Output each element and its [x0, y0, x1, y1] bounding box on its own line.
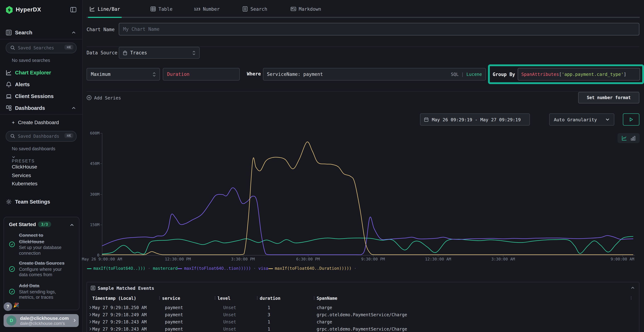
sidebar-item-team-settings[interactable]: Team Settings [0, 196, 82, 207]
data-source-label: Data Source [86, 50, 117, 56]
column-drag-handle[interactable]: ⋮ [312, 296, 316, 300]
date-range-value: May 26 09:29:19 - May 27 09:29:19 [432, 117, 521, 122]
legend-item-mastercard[interactable]: maxIf(toFloat64O..))) · mastercard [87, 266, 178, 271]
language-sql-toggle[interactable]: SQL [451, 72, 459, 77]
row-expand-icon[interactable] [89, 327, 92, 330]
get-started-item[interactable]: Create Data Sources Configure where your… [9, 260, 75, 278]
where-label: Where [247, 71, 261, 76]
get-started-item[interactable]: Add Data Start sending logs, metrics, or… [9, 283, 75, 300]
get-started-item-title: Connect to ClickHouse [19, 232, 70, 245]
tab-table[interactable]: Table [150, 0, 172, 18]
presets-header[interactable]: PRESETS [12, 155, 35, 163]
row-expand-icon[interactable] [89, 306, 92, 309]
table-cell: Unset [223, 312, 236, 317]
data-source-select[interactable]: Traces [119, 47, 200, 59]
list-icon [242, 6, 248, 12]
granularity-select[interactable]: Auto Granularity [549, 114, 614, 126]
tab-markdown[interactable]: Markdown [290, 0, 321, 18]
where-input[interactable]: ServiceName: payment SQL | Lucene [263, 68, 486, 80]
column-header-0[interactable]: Timestamp (Local) [92, 296, 136, 301]
chevron-up-icon[interactable] [631, 286, 635, 290]
x-axis-line [102, 255, 635, 256]
app-window: HyperDX Search Saved Searches ⌘K No save… [0, 0, 644, 332]
legend-item-visa[interactable]: maxIf(toFloat64O..tion))))) · visa [178, 266, 268, 271]
add-series-label: Add Series [94, 95, 121, 100]
get-started-partial-item: 🎉 [13, 302, 19, 308]
column-drag-handle[interactable]: ⋮ [256, 296, 259, 300]
run-query-button[interactable] [623, 114, 639, 126]
tab-line-bar[interactable]: Line/Bar [90, 0, 120, 18]
user-menu[interactable]: D dale@clickhouse.com dale@clickhouse.co… [4, 314, 79, 327]
user-email: dale@clickhouse.com [20, 316, 69, 321]
play-icon [629, 117, 633, 122]
sidebar-item-alerts[interactable]: Alerts [0, 79, 82, 90]
sidebar-item-label: Chart Explorer [15, 70, 51, 76]
column-header-4[interactable]: SpanName [317, 296, 338, 301]
check-circle-icon [9, 241, 15, 247]
sidebar-item-dashboards[interactable]: Dashboards [0, 103, 82, 114]
legend-item-blank[interactable]: maxIf(toFloat64O..Duration))))) · [268, 266, 356, 271]
table-row[interactable]: May 27 9:29:18.250 AMpaymentUnset1charge [87, 304, 639, 312]
sidebar-item-label: Search [15, 30, 32, 36]
column-header-3[interactable]: duration [260, 296, 280, 301]
bracket-close: ] [624, 72, 626, 77]
series-line-mastercard [102, 236, 633, 254]
main-content: Line/Bar Table 123 Number Search Markdow… [82, 0, 644, 332]
column-drag-handle[interactable]: ⋮ [213, 296, 217, 300]
search-icon [10, 134, 15, 138]
get-started-item[interactable]: Connect to ClickHouse Set up your databa… [9, 232, 75, 256]
avatar: D [6, 316, 16, 326]
group-by-input[interactable]: SpanAttributes['app.payment.card_type'] [518, 68, 640, 80]
preset-item-services[interactable]: Services [12, 172, 31, 178]
column-drag-handle[interactable]: ⋮ [158, 296, 161, 300]
sidebar-item-chart-explorer[interactable]: Chart Explorer [0, 67, 82, 78]
set-number-format-button[interactable]: Set number format [578, 92, 639, 104]
column-header-1[interactable]: service [162, 296, 180, 301]
row-expand-icon[interactable] [89, 313, 92, 316]
column-header-2[interactable]: level [218, 296, 230, 301]
sidebar-item-client-sessions[interactable]: Client Sessions [0, 91, 82, 102]
chart-name-input[interactable]: My Chart Name [119, 23, 639, 36]
column-menu-icon[interactable]: ⋮ [629, 296, 633, 300]
date-range-picker[interactable]: May 26 09:29:19 - May 27 09:29:19 [420, 114, 530, 126]
aggregation-select[interactable]: Maximum [86, 68, 160, 80]
chevron-up-icon[interactable] [70, 223, 74, 227]
chart-plot-area[interactable] [102, 133, 633, 255]
chevron-up-icon[interactable] [72, 106, 76, 110]
chevron-right-icon [73, 318, 76, 322]
get-started-item-desc: Configure where your data comes from [19, 267, 70, 278]
table-cell: payment [165, 312, 183, 317]
row-expand-icon[interactable] [89, 320, 92, 324]
table-row[interactable]: May 27 9:29:18.249 AMpaymentUnset3grpc.o… [87, 312, 639, 319]
check-circle-icon [9, 288, 15, 294]
check-circle-icon [9, 266, 15, 272]
table-row[interactable]: May 27 9:29:18.243 AMpaymentUnset1charge [87, 319, 639, 326]
table-row[interactable]: May 27 9:29:18.243 AMpaymentUnset1grpc.o… [87, 326, 639, 332]
sidebar-item-search[interactable]: Search [0, 27, 82, 38]
help-button[interactable]: ? [4, 302, 12, 311]
field-input[interactable]: Duration [163, 68, 240, 80]
create-dashboard-button[interactable]: +Create Dashboard [12, 120, 59, 125]
markdown-icon [290, 6, 296, 12]
aggregation-value: Maximum [91, 72, 110, 77]
table-cell: charge [317, 305, 332, 310]
chart-legend: maxIf(toFloat64O..))) · mastercardmaxIf(… [87, 266, 356, 271]
saved-searches-input[interactable]: Saved Searches ⌘K [6, 42, 76, 53]
saved-dashboards-input[interactable]: Saved Dashboards ⌘K [6, 131, 76, 142]
add-series-button[interactable]: Add Series [86, 94, 121, 102]
saved-dashboards-placeholder: Saved Dashboards [18, 134, 59, 139]
get-started-item-desc: Set up your database connection [19, 245, 70, 256]
table-icon [150, 6, 156, 12]
tab-search[interactable]: Search [242, 0, 267, 18]
table-cell: grpc.oteldemo.PaymentService/Charge [317, 327, 407, 332]
no-saved-dashboards-text: No saved dashboards [12, 146, 55, 151]
x-tick-label: May 26 9:00:00 AM [82, 257, 122, 262]
chevron-up-icon[interactable] [72, 30, 76, 35]
preset-item-kubernetes[interactable]: Kubernetes [12, 181, 38, 186]
table-cell: 3 [268, 312, 270, 317]
tab-number[interactable]: 123 Number [194, 0, 220, 18]
sidebar-collapse-icon[interactable] [70, 6, 76, 13]
tab-label: Line/Bar [98, 6, 120, 12]
language-lucene-toggle[interactable]: Lucene [466, 72, 482, 77]
preset-item-clickhouse[interactable]: ClickHouse [12, 164, 37, 170]
